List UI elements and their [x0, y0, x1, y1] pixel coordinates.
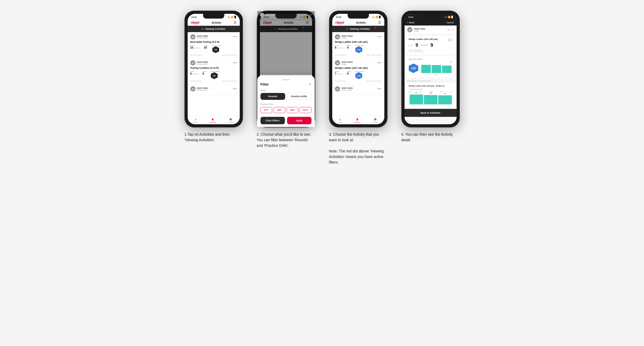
notch-3: [348, 14, 369, 19]
phone-3: 13:20 ▪▪▪ 📶 ▉ clippd Activity ☰ ⚙ Vie: [329, 11, 388, 127]
drill-ott-2[interactable]: OTT: [260, 107, 272, 113]
dots-menu-1-1[interactable]: •••: [233, 35, 237, 39]
expand-icon-4[interactable]: ⤢: [452, 28, 454, 32]
tab-activities-3[interactable]: ♟ Activities: [354, 117, 361, 123]
activity-card-3-2[interactable]: JC Josh Coles Today ••• Wedge Ladder (10…: [332, 58, 384, 84]
user-name-3-3: Josh Coles: [342, 87, 353, 89]
tab-capture-label-1: Capture: [228, 122, 234, 123]
back-btn-4[interactable]: < Back: [407, 21, 415, 24]
dots-menu-3-2[interactable]: •••: [377, 61, 382, 65]
sq-badge-3-1: 130: [355, 46, 362, 53]
home-icon-1: ⌂: [195, 117, 196, 121]
bar-chart-4: [420, 63, 452, 74]
card-header-3-1: JC Josh Coles Today •••: [335, 34, 382, 40]
battery-icon: ▉: [234, 16, 236, 18]
tab-home-label-3: Home: [338, 122, 342, 123]
nav-bar-1: clippd Activity ☰: [188, 20, 240, 26]
notch-2: [275, 14, 297, 19]
tab-home-1[interactable]: ⌂ Home: [193, 117, 198, 123]
practice-btn-2[interactable]: Practice Drills: [287, 93, 312, 100]
caption-3: 3. Choose the Activity that you want to …: [329, 132, 388, 165]
activity-card-3-3[interactable]: JC Josh Coles 28 Feb 2023 •••: [332, 84, 384, 95]
stat-shots-3-2: Shots 9: [347, 71, 351, 79]
viewing-banner-1[interactable]: ⚙ Viewing Activities: [188, 26, 240, 32]
dots-menu-1-2[interactable]: •••: [233, 61, 237, 65]
shots-val-1-1: 20: [204, 46, 208, 49]
card-stats-3-2: Score 7 OUT OF Shots 9: [335, 71, 382, 79]
viewing-banner-3[interactable]: ⚙ Viewing Activities: [332, 26, 384, 32]
user-date-1-2: 28 Feb 2023: [197, 63, 208, 65]
drill-putt-2[interactable]: PUTT: [300, 107, 311, 113]
show-label-2: Show: [260, 89, 312, 91]
logo-1: clippd: [191, 21, 199, 24]
filter-modal-2: Filter ✕ Show Rounds Practice Drills Pra…: [260, 76, 312, 124]
stat-shots-1-2: Shots 9: [203, 71, 207, 79]
status-icons-3: ▪▪▪ 📶 ▉: [372, 16, 381, 18]
score-big-4: 9: [415, 42, 418, 48]
card-footer-3-1: Test Information Data: Clippd Capture: [335, 54, 382, 56]
stat-shots-1-1: Shots 20: [204, 45, 208, 53]
card-stats-1-2: Score 0 OUT OF Shots 9: [190, 71, 237, 79]
sq-badge-3-2: 118: [355, 72, 362, 79]
status-time-4: 13:21: [408, 16, 414, 18]
phone-col-2: 13:21 ▪▪▪ 📶 ▉ clippd Activity ☰ ⚙ Vie: [254, 11, 318, 148]
modal-title-2: Filter: [260, 82, 269, 86]
back-to-activities-btn-4[interactable]: Back to Activities: [405, 109, 457, 117]
card-footer-1-1: Test Information Data: Clippd Capture: [190, 54, 237, 56]
card-title-1-1: Must Make Putting (3-6 ft): [190, 41, 237, 43]
card-header-1-2: JC Josh Coles 28 Feb 2023 •••: [190, 60, 237, 66]
viewing-banner-text-3: Viewing Activities: [350, 28, 370, 30]
stat-shots-3-1: Shots 9: [347, 45, 351, 53]
dimmed-bg-2: Josh Coles •••: [260, 14, 312, 75]
logo-3: clippd: [335, 21, 344, 24]
activity-card-1-1[interactable]: JC Josh Coles 28 Feb 2023 ••• Must Make …: [188, 32, 240, 58]
wifi-icon-4: 📶: [448, 16, 451, 18]
stat-sq-3-1: Shot Quality 130: [355, 45, 364, 53]
user-date-3-3: 28 Feb 2023: [342, 89, 353, 91]
wifi-icon-3: 📶: [376, 16, 378, 18]
dots-menu-3-3[interactable]: •••: [377, 87, 382, 91]
sq-badge-1-1: 75: [212, 46, 219, 53]
user-info-1-3: Josh Coles 28 Feb 2023: [197, 87, 208, 91]
chart-right-4: 130 APP: [420, 61, 452, 75]
tab-bar-3: ⌂ Home ♟ Activities ⊕ Capture: [332, 116, 384, 124]
menu-icon-1[interactable]: ☰: [234, 21, 237, 24]
user-name-1-1: Josh Coles: [197, 35, 208, 37]
stat-score-3-2: Score 7 OUT OF: [335, 71, 343, 79]
user-date-3-1: Today: [342, 37, 353, 39]
cancel-btn-4[interactable]: Cancel: [446, 21, 454, 24]
card-footer-3-2: Test Information Data: Clippd Capture: [335, 80, 382, 82]
rounds-btn-2[interactable]: Rounds: [260, 93, 285, 100]
activity-card-1-2[interactable]: JC Josh Coles 28 Feb 2023 ••• Putting Co…: [188, 58, 240, 84]
drill-app-2[interactable]: APP: [273, 107, 285, 113]
bar-chart2-4: 132 129 124: [409, 93, 452, 105]
modal-close-2[interactable]: ✕: [309, 82, 312, 86]
card-user-1-2: JC Josh Coles 28 Feb 2023: [190, 60, 208, 66]
dots-menu-1-3[interactable]: •••: [233, 87, 237, 91]
status-icons-1: ▪▪▪ 📶 ▉: [228, 16, 236, 18]
tab-capture-1[interactable]: ⊕ Capture: [228, 117, 234, 123]
apply-btn-2[interactable]: Apply: [287, 117, 312, 124]
phone-2-inner: 13:21 ▪▪▪ 📶 ▉ clippd Activity ☰ ⚙ Vie: [260, 14, 312, 124]
score-row-4: Score 9 OUT OF 9: [409, 42, 452, 48]
avg-sq-label-4: Avg Shot Quality: [409, 58, 452, 60]
shots-big-4: 9: [431, 42, 433, 48]
drill-arg-2[interactable]: ARG: [287, 107, 298, 113]
tab-activities-1[interactable]: ♟ Activities: [210, 117, 216, 123]
clear-filters-btn-2[interactable]: Clear Filters: [260, 117, 285, 124]
tab-capture-3[interactable]: ⊕ Capture: [373, 117, 378, 123]
stat-sq-1-2: Shot Quality 45: [211, 71, 220, 79]
avatar-4: JC: [407, 27, 413, 32]
user-name-1-2: Josh Coles: [197, 61, 208, 63]
dots-menu-3-1[interactable]: •••: [377, 35, 382, 39]
sq-badge-1-2: 45: [211, 72, 218, 79]
stat-sq-3-2: Shot Quality 118: [355, 71, 364, 79]
avatar-1-2: JC: [190, 60, 196, 66]
tab-home-3[interactable]: ⌂ Home: [338, 117, 342, 123]
activity-card-3-1[interactable]: JC Josh Coles Today ••• Wedge Ladder (10…: [332, 32, 384, 58]
stat-score-1-1: Score 10 OUT OF: [190, 45, 200, 53]
phone-col-1: 13:20 ▪▪▪ 📶 ▉ clippd Activity ☰ ⚙ Vie: [182, 11, 246, 143]
menu-icon-3[interactable]: ☰: [378, 21, 381, 24]
edit-icon-4[interactable]: ✏: [448, 28, 450, 32]
activity-card-1-3[interactable]: JC Josh Coles 28 Feb 2023 •••: [188, 84, 240, 95]
